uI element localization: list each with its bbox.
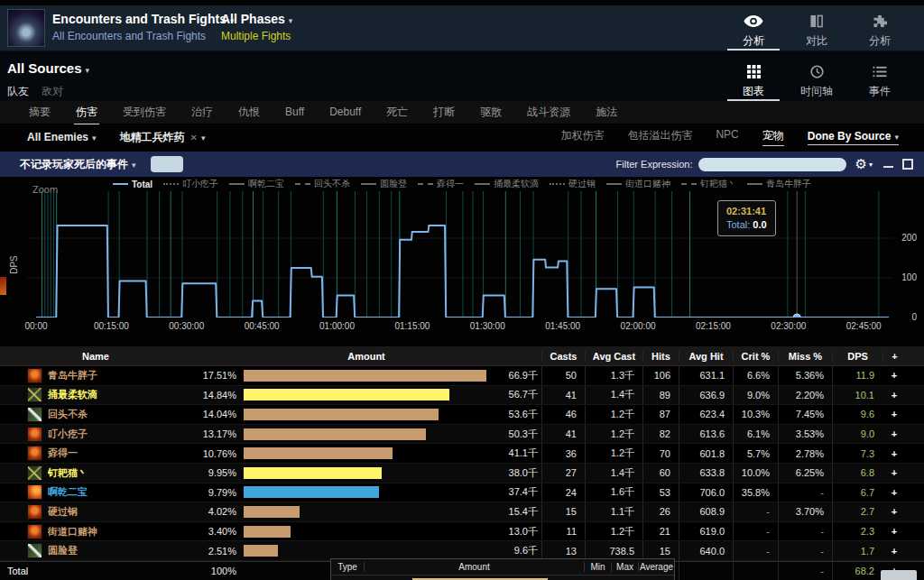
miss-value: -: [778, 483, 832, 502]
view-item-2[interactable]: 事件: [848, 56, 911, 101]
warrior-fury-icon: [27, 368, 42, 383]
legend-item-圆脸登[interactable]: 圆脸登: [361, 178, 407, 190]
nav-item-1[interactable]: 对比: [785, 5, 848, 51]
player-name[interactable]: 街道口赌神: [48, 525, 97, 539]
tab-施法[interactable]: 施法: [594, 100, 619, 125]
player-name[interactable]: 捅最柔软滴: [48, 388, 97, 401]
player-name[interactable]: 啊乾二宝: [48, 485, 88, 499]
tab-受到伤害[interactable]: 受到伤害: [121, 100, 168, 125]
col-header-DPS[interactable]: DPS: [832, 351, 882, 362]
chevron-down-icon[interactable]: ▾: [869, 161, 873, 169]
col-header-Hits[interactable]: Hits: [642, 351, 679, 362]
player-name[interactable]: 叮小疙子: [48, 428, 88, 441]
expand-button[interactable]: +: [882, 526, 906, 537]
minimize-icon[interactable]: [883, 166, 893, 168]
legend-item-回头不杀[interactable]: 回头不杀: [295, 178, 350, 190]
amount-value: 41.1千: [493, 447, 541, 460]
player-name[interactable]: 硬过钢: [48, 505, 78, 519]
death-filter-dropdown[interactable]: 不记录玩家死后的事件▾: [20, 157, 136, 172]
report-dropdown[interactable]: Encounters and Trash Fights▾: [52, 12, 234, 26]
enemies-tab[interactable]: 敌对: [42, 85, 63, 97]
col-header-+[interactable]: +: [882, 351, 906, 362]
tab-仇恨[interactable]: 仇恨: [236, 100, 262, 125]
boss-avatar[interactable]: [7, 9, 45, 47]
tab-摘要[interactable]: 摘要: [27, 100, 52, 125]
expand-button[interactable]: +: [882, 370, 906, 381]
tab-治疗[interactable]: 治疗: [189, 100, 215, 125]
filter-toggle-加权伤害[interactable]: 加权伤害: [560, 128, 604, 146]
miss-value: 5.36%: [778, 366, 832, 385]
dps-chart[interactable]: Total叮小疙子啊乾二宝回头不杀圆脸登孬得一捅最柔软滴硬过钢街道口赌神钉耙猫丶…: [0, 177, 924, 345]
gear-icon[interactable]: ⚙: [855, 156, 867, 172]
view-item-0[interactable]: 图表: [722, 56, 785, 101]
tab-战斗资源[interactable]: 战斗资源: [525, 100, 572, 125]
tab-打断[interactable]: 打断: [431, 100, 457, 125]
nav-item-0[interactable]: 分析: [722, 5, 785, 51]
legend-item-啊乾二宝[interactable]: 啊乾二宝: [229, 178, 284, 190]
expand-button[interactable]: +: [882, 506, 906, 517]
col-header-Avg Cast[interactable]: Avg Cast: [585, 351, 642, 362]
filter-expression-input[interactable]: [698, 158, 846, 171]
warrior-fury-icon: [27, 504, 42, 520]
phases-dropdown[interactable]: All Phases▾: [221, 12, 292, 26]
col-header-Miss %[interactable]: Miss %: [778, 351, 832, 362]
view-item-label: 事件: [848, 84, 911, 99]
filter-toggle-包括溢出伤害[interactable]: 包括溢出伤害: [627, 128, 692, 146]
maximize-icon[interactable]: [902, 159, 913, 170]
tab-伤害[interactable]: 伤害: [74, 100, 99, 125]
player-name[interactable]: 青岛牛胖子: [48, 369, 97, 382]
filter-toggle-宠物[interactable]: 宠物: [762, 128, 784, 146]
col-header-Avg Hit[interactable]: Avg Hit: [679, 351, 733, 362]
done-by-source-dropdown[interactable]: Done By Source▾: [808, 130, 899, 145]
player-name[interactable]: 钉耙猫丶: [48, 466, 88, 480]
legend-item-叮小疙子[interactable]: 叮小疙子: [163, 178, 218, 190]
ability-filter-chip[interactable]: 地精工兵炸药✕▾: [120, 130, 206, 145]
player-name-cell: 钉耙猫丶: [0, 465, 191, 481]
expand-button[interactable]: +: [882, 487, 906, 498]
expand-button[interactable]: +: [882, 390, 906, 400]
legend-item-Total[interactable]: Total: [113, 180, 152, 189]
amount-cell: 14.84%56.7千: [191, 386, 541, 405]
close-icon[interactable]: ✕: [190, 133, 198, 143]
death-filter-toggle[interactable]: [151, 156, 183, 172]
tab-死亡[interactable]: 死亡: [384, 100, 410, 125]
legend-item-孬得一[interactable]: 孬得一: [418, 178, 464, 190]
player-name[interactable]: 孬得一: [48, 447, 78, 460]
avg-cast-value: 1.2千: [585, 444, 642, 463]
partial-button[interactable]: [881, 570, 917, 580]
done-by-source-label: Done By Source: [808, 130, 892, 143]
col-header-Amount[interactable]: Amount: [191, 351, 541, 362]
enemies-filter-dropdown[interactable]: All Enemies▾: [27, 131, 97, 143]
view-item-1[interactable]: 时间轴: [785, 56, 848, 101]
expand-button[interactable]: +: [882, 546, 906, 557]
filter-toggle-NPC[interactable]: NPC: [716, 128, 738, 146]
col-header-Name[interactable]: Name: [0, 351, 191, 362]
expand-button[interactable]: +: [882, 428, 906, 439]
nav-item-2[interactable]: 分析: [848, 5, 911, 51]
tab-Buff[interactable]: Buff: [283, 101, 306, 124]
col-header-Casts[interactable]: Casts: [541, 351, 585, 362]
legend-item-硬过钢[interactable]: 硬过钢: [550, 178, 596, 190]
grid-icon: [747, 65, 761, 79]
sources-dropdown[interactable]: All Sources▾: [7, 60, 89, 76]
expand-button[interactable]: +: [882, 448, 906, 459]
expand-button[interactable]: +: [882, 409, 906, 419]
legend-item-青岛牛胖子[interactable]: 青岛牛胖子: [747, 178, 811, 190]
shaman-enh-icon: [27, 484, 42, 500]
player-name[interactable]: 圆脸登: [48, 544, 78, 557]
legend-line: [113, 183, 128, 185]
player-name[interactable]: 回头不杀: [48, 408, 88, 421]
expand-button[interactable]: +: [882, 467, 906, 478]
tooltip-series: Total:: [726, 219, 750, 230]
legend-item-捅最柔软滴[interactable]: 捅最柔软滴: [475, 178, 539, 190]
casts-value: 36: [541, 444, 585, 463]
miss-value: 2.78%: [778, 444, 832, 463]
tab-Debuff[interactable]: Debuff: [328, 101, 363, 124]
legend-item-钉耙猫丶[interactable]: 钉耙猫丶: [681, 178, 736, 190]
y-tick-label: 0: [886, 312, 917, 322]
tab-驱散[interactable]: 驱散: [478, 100, 504, 125]
friendlies-tab[interactable]: 队友: [7, 85, 29, 97]
legend-item-街道口赌神[interactable]: 街道口赌神: [606, 178, 670, 190]
nav-item-label: 分析: [848, 33, 911, 49]
col-header-Crit %[interactable]: Crit %: [733, 351, 778, 362]
